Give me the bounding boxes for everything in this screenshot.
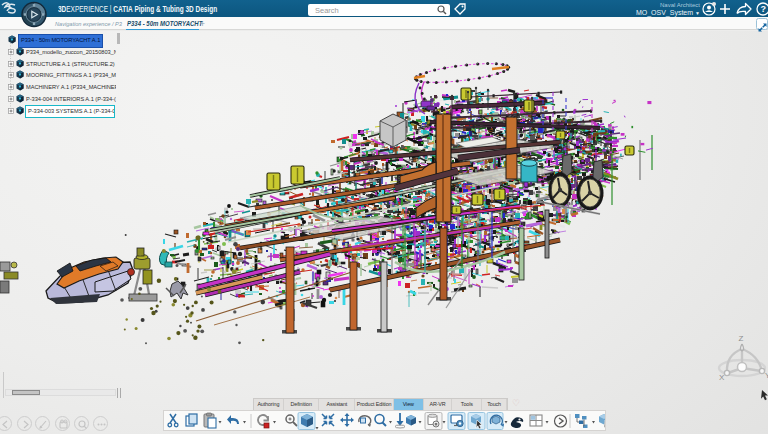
svg-text:Z: Z xyxy=(739,334,744,343)
svg-text:?: ? xyxy=(761,4,767,14)
svg-text:X: X xyxy=(719,373,725,382)
